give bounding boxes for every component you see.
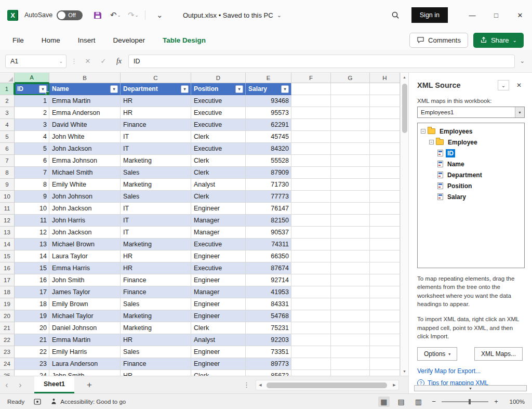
cell[interactable] bbox=[291, 250, 331, 262]
cell[interactable] bbox=[370, 262, 400, 274]
cell[interactable]: 75231 bbox=[246, 322, 291, 334]
options-button[interactable]: Options ▾ bbox=[417, 347, 457, 361]
confirm-entry-button[interactable]: ✓ bbox=[97, 55, 110, 68]
cell[interactable] bbox=[370, 119, 400, 131]
cell[interactable]: IT bbox=[121, 215, 191, 227]
row-header-3[interactable]: 3 bbox=[0, 107, 15, 119]
tab-developer[interactable]: Developer bbox=[113, 36, 145, 44]
row-header-8[interactable]: 8 bbox=[0, 167, 15, 179]
cell[interactable]: Finance bbox=[121, 119, 191, 131]
cell[interactable]: 77773 bbox=[246, 191, 291, 203]
cell[interactable]: Manager bbox=[191, 227, 246, 239]
row-header-15[interactable]: 15 bbox=[0, 250, 15, 262]
cell[interactable]: Executive bbox=[191, 143, 246, 155]
xml-tree-item-name[interactable]: Name bbox=[419, 159, 523, 169]
next-sheet-button[interactable]: › bbox=[14, 380, 27, 390]
column-header-A[interactable]: A bbox=[15, 73, 49, 83]
cell[interactable] bbox=[331, 286, 370, 298]
scroll-up-icon[interactable]: ▲ bbox=[401, 73, 408, 82]
tab-file[interactable]: File bbox=[12, 36, 24, 44]
cell[interactable] bbox=[291, 83, 331, 95]
cell[interactable] bbox=[291, 262, 331, 274]
cell[interactable]: HR bbox=[121, 334, 191, 346]
page-layout-view-button[interactable]: ▤ bbox=[396, 397, 407, 407]
minimize-button[interactable]: — bbox=[460, 0, 484, 30]
cell[interactable]: Engineer bbox=[191, 250, 246, 262]
cell[interactable] bbox=[370, 167, 400, 179]
cell[interactable]: HR bbox=[121, 250, 191, 262]
cell[interactable]: Emily Harris bbox=[49, 346, 121, 358]
expand-formula-bar-button[interactable]: ⌄ bbox=[518, 58, 527, 64]
row-header-6[interactable]: 6 bbox=[0, 143, 15, 155]
cell[interactable]: Finance bbox=[121, 274, 191, 286]
cell[interactable]: Clerk bbox=[191, 322, 246, 334]
xml-tree-item-id[interactable]: ID bbox=[419, 148, 523, 159]
dropdown-arrow-icon[interactable]: ▼ bbox=[515, 107, 524, 117]
cell[interactable]: IT bbox=[121, 227, 191, 239]
formula-input[interactable]: ID bbox=[128, 55, 515, 68]
cell[interactable]: 5 bbox=[15, 143, 49, 155]
zoom-slider-thumb[interactable] bbox=[469, 399, 471, 404]
cell[interactable]: Laura Taylor bbox=[49, 250, 121, 262]
zoom-in-button[interactable]: + bbox=[493, 398, 500, 405]
cell[interactable]: 73351 bbox=[246, 346, 291, 358]
cell[interactable] bbox=[331, 119, 370, 131]
cell[interactable]: 82150 bbox=[246, 215, 291, 227]
cell[interactable]: 21 bbox=[15, 334, 49, 346]
cell[interactable]: Engineer bbox=[191, 358, 246, 370]
cell[interactable]: 10 bbox=[15, 203, 49, 215]
undo-button[interactable]: ↶⌄ bbox=[108, 7, 123, 23]
cell[interactable] bbox=[370, 346, 400, 358]
cell[interactable]: 19 bbox=[15, 310, 49, 322]
cell[interactable]: Michael Taylor bbox=[49, 310, 121, 322]
cell[interactable]: Sales bbox=[121, 167, 191, 179]
excel-logo-icon[interactable]: X bbox=[7, 10, 18, 21]
add-sheet-button[interactable]: + bbox=[82, 380, 97, 390]
pane-scrollbar[interactable]: ▼ bbox=[414, 385, 527, 391]
row-header-17[interactable]: 17 bbox=[0, 274, 15, 286]
table-header-cell-position[interactable]: Position▾ bbox=[191, 83, 246, 95]
cell[interactable]: 20 bbox=[15, 322, 49, 334]
save-button[interactable] bbox=[90, 7, 105, 23]
cell[interactable] bbox=[291, 131, 331, 143]
cell[interactable]: Clerk bbox=[191, 167, 246, 179]
cell[interactable] bbox=[291, 274, 331, 286]
cell[interactable] bbox=[331, 298, 370, 310]
cell[interactable] bbox=[331, 322, 370, 334]
cell[interactable] bbox=[331, 215, 370, 227]
cell[interactable] bbox=[291, 107, 331, 119]
cell[interactable] bbox=[291, 286, 331, 298]
row-header-18[interactable]: 18 bbox=[0, 286, 15, 298]
cell[interactable]: Daniel Johnson bbox=[49, 322, 121, 334]
cell[interactable]: 1 bbox=[15, 95, 49, 107]
cell[interactable] bbox=[370, 227, 400, 239]
pane-close-button[interactable]: ✕ bbox=[513, 80, 525, 90]
cell[interactable]: Marketing bbox=[121, 155, 191, 167]
row-header-10[interactable]: 10 bbox=[0, 191, 15, 203]
cell[interactable] bbox=[370, 179, 400, 191]
cell[interactable]: 54768 bbox=[246, 310, 291, 322]
cell[interactable]: Clerk bbox=[191, 155, 246, 167]
cell[interactable]: Marketing bbox=[121, 179, 191, 191]
cell[interactable] bbox=[370, 107, 400, 119]
cell[interactable]: James Taylor bbox=[49, 286, 121, 298]
cell[interactable] bbox=[291, 203, 331, 215]
cell[interactable]: John Harris bbox=[49, 215, 121, 227]
tab-home[interactable]: Home bbox=[42, 36, 60, 44]
cell[interactable]: 87909 bbox=[246, 167, 291, 179]
cell[interactable]: 95573 bbox=[246, 107, 291, 119]
column-header-E[interactable]: E bbox=[246, 73, 291, 83]
cancel-entry-button[interactable]: ✕ bbox=[82, 55, 94, 68]
table-header-cell-salary[interactable]: Salary▾ bbox=[246, 83, 291, 95]
verify-map-link[interactable]: Verify Map for Export... bbox=[417, 367, 481, 375]
row-header-11[interactable]: 11 bbox=[0, 203, 15, 215]
cell[interactable] bbox=[370, 155, 400, 167]
cell[interactable]: John Smith bbox=[49, 370, 121, 376]
cell[interactable]: HR bbox=[121, 107, 191, 119]
cell[interactable] bbox=[291, 95, 331, 107]
cell[interactable] bbox=[370, 310, 400, 322]
cell[interactable] bbox=[291, 227, 331, 239]
cell[interactable]: Analyst bbox=[191, 334, 246, 346]
scroll-down-icon[interactable]: ▼ bbox=[401, 367, 408, 376]
cell[interactable] bbox=[370, 143, 400, 155]
